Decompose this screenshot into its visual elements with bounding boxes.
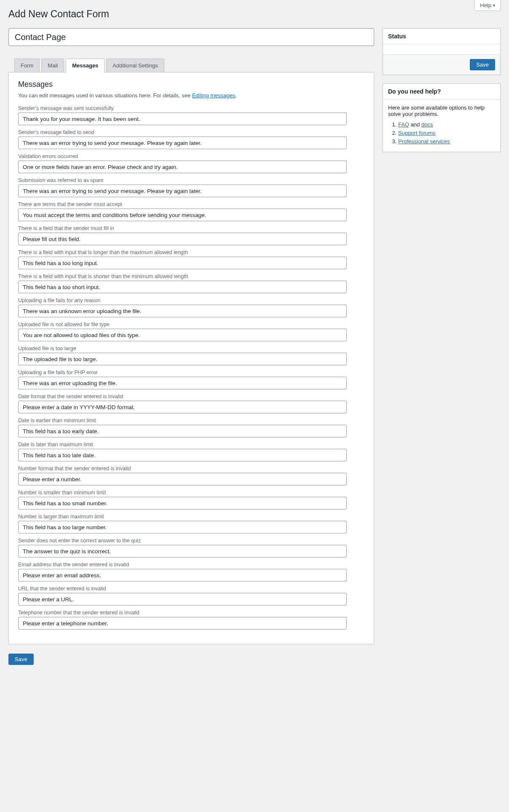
save-button-bottom[interactable]: Save (8, 654, 34, 665)
message-label: Date is later than maximum limit (18, 442, 364, 448)
message-label: Date format that the sender entered is i… (18, 394, 364, 399)
message-input[interactable] (18, 425, 347, 437)
message-label: Number is smaller than minimum limit (18, 490, 364, 496)
help-list-item: FAQ and docs (398, 121, 495, 128)
tab-bar: Form Mail Messages Additional Settings (8, 59, 374, 72)
chevron-down-icon: ▾ (493, 3, 495, 8)
desc-text: You can edit messages used in various si… (18, 92, 192, 99)
message-row: There is a field with input that is long… (18, 249, 364, 269)
message-label: Number is larger than maximum limit (18, 514, 364, 520)
message-input[interactable] (18, 617, 347, 630)
help-label: Help (480, 2, 491, 8)
message-label: Validation errors occurred (18, 153, 364, 159)
message-label: Date is earlier than minimum limit (18, 418, 364, 423)
message-input[interactable] (18, 521, 347, 533)
message-row: There are terms that the sender must acc… (18, 201, 364, 221)
message-row: Number format that the sender entered is… (18, 466, 364, 485)
message-input[interactable] (18, 113, 347, 125)
message-label: Uploading a file fails for any reason (18, 297, 364, 303)
help-list-item: Support forums (398, 130, 495, 136)
help-list-item: Professional services (398, 138, 495, 145)
message-input[interactable] (18, 473, 347, 485)
message-input[interactable] (18, 377, 347, 389)
help-link[interactable]: FAQ (398, 121, 409, 128)
message-input[interactable] (18, 353, 347, 365)
message-row: Sender does not enter the correct answer… (18, 538, 364, 557)
messages-description: You can edit messages used in various si… (18, 92, 364, 99)
message-label: Number format that the sender entered is… (18, 466, 364, 472)
message-label: Uploaded file is too large (18, 346, 364, 351)
message-row: Number is smaller than minimum limit (18, 490, 364, 509)
messages-heading: Messages (18, 80, 364, 89)
message-label: Email address that the sender entered is… (18, 562, 364, 568)
message-input[interactable] (18, 161, 347, 173)
message-label: There is a field that the sender must fi… (18, 225, 364, 231)
message-row: Telephone number that the sender entered… (18, 610, 364, 630)
message-row: Validation errors occurred (18, 153, 364, 173)
message-input[interactable] (18, 209, 347, 221)
message-input[interactable] (18, 569, 347, 582)
help-link[interactable]: Professional services (398, 138, 450, 145)
help-toggle[interactable]: Help ▾ (474, 0, 501, 11)
message-input[interactable] (18, 449, 347, 461)
message-label: Uploaded file is not allowed for file ty… (18, 322, 364, 327)
message-row: Sender's message failed to send (18, 129, 364, 149)
message-label: There is a field with input that is long… (18, 249, 364, 255)
message-label: There are terms that the sender must acc… (18, 201, 364, 207)
message-input[interactable] (18, 593, 347, 606)
message-row: Email address that the sender entered is… (18, 562, 364, 582)
message-row: Uploading a file fails for any reason (18, 297, 364, 317)
message-row: There is a field that the sender must fi… (18, 225, 364, 245)
status-title: Status (383, 29, 500, 44)
help-link[interactable]: Support forums (398, 130, 436, 136)
tab-form[interactable]: Form (14, 59, 40, 72)
message-row: Number is larger than maximum limit (18, 514, 364, 533)
tab-mail[interactable]: Mail (41, 59, 64, 72)
tab-additional-settings[interactable]: Additional Settings (106, 59, 164, 72)
message-input[interactable] (18, 305, 347, 317)
message-label: Sender's message failed to send (18, 129, 364, 135)
message-row: Uploaded file is too large (18, 346, 364, 365)
message-label: Telephone number that the sender entered… (18, 610, 364, 616)
message-input[interactable] (18, 257, 347, 269)
form-title-input[interactable] (8, 28, 374, 46)
message-row: Date is earlier than minimum limit (18, 418, 364, 437)
help-box: Do you need help? Here are some availabl… (383, 83, 501, 152)
message-row: Uploading a file fails for PHP error (18, 370, 364, 389)
message-input[interactable] (18, 329, 347, 341)
help-title: Do you need help? (383, 84, 500, 99)
message-input[interactable] (18, 401, 347, 413)
message-row: Date is later than maximum limit (18, 442, 364, 461)
message-label: Sender does not enter the correct answer… (18, 538, 364, 544)
messages-panel: Messages You can edit messages used in v… (8, 72, 374, 644)
help-intro: Here are some available options to help … (388, 105, 495, 117)
editing-messages-link[interactable]: Editing messages (192, 92, 236, 99)
message-label: Uploading a file fails for PHP error (18, 370, 364, 375)
message-row: Uploaded file is not allowed for file ty… (18, 322, 364, 341)
message-row: There is a field with input that is shor… (18, 273, 364, 293)
message-row: Submission was referred to as spam (18, 177, 364, 197)
message-row: URL that the sender entered is invalid (18, 586, 364, 606)
message-input[interactable] (18, 137, 347, 149)
message-label: URL that the sender entered is invalid (18, 586, 364, 592)
message-input[interactable] (18, 545, 347, 557)
desc-suffix: . (236, 92, 237, 99)
message-row: Sender's message was sent successfully (18, 105, 364, 125)
help-link[interactable]: docs (421, 121, 433, 128)
message-input[interactable] (18, 497, 347, 509)
message-input[interactable] (18, 281, 347, 293)
message-input[interactable] (18, 185, 347, 197)
page-title: Add New Contact Form (8, 8, 501, 20)
message-label: There is a field with input that is shor… (18, 273, 364, 279)
message-input[interactable] (18, 233, 347, 245)
status-box: Status Save (383, 28, 501, 75)
tab-messages[interactable]: Messages (66, 59, 104, 72)
message-label: Sender's message was sent successfully (18, 105, 364, 111)
message-label: Submission was referred to as spam (18, 177, 364, 183)
message-row: Date format that the sender entered is i… (18, 394, 364, 413)
save-button-side[interactable]: Save (470, 59, 495, 70)
